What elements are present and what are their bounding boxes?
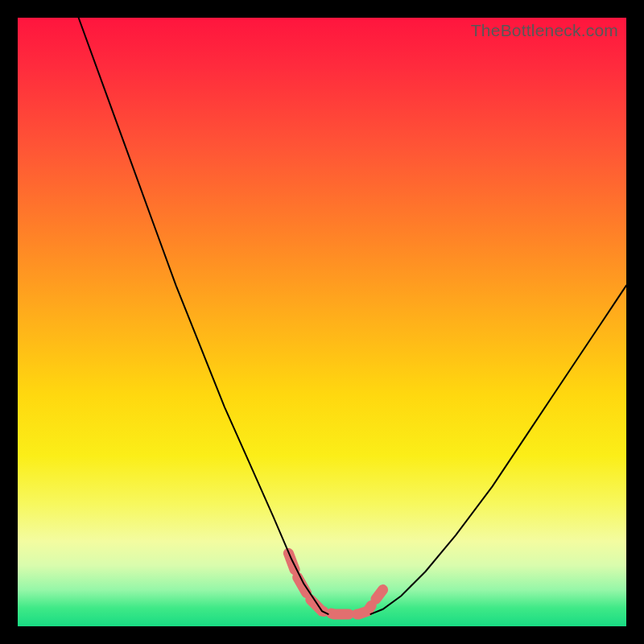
valley-highlight-line <box>288 553 382 614</box>
plot-area: TheBottleneck.com <box>18 18 626 626</box>
chart-frame: TheBottleneck.com <box>0 0 644 644</box>
left-branch-line <box>79 18 328 614</box>
right-branch-line <box>371 286 627 614</box>
curve-layer <box>18 18 626 626</box>
